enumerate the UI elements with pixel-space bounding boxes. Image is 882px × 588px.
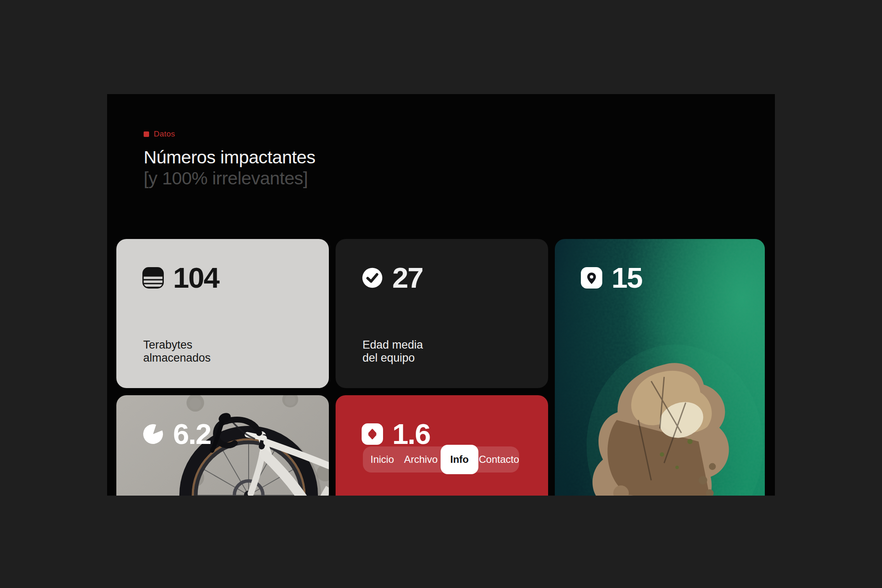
stat-value: 104 <box>173 263 219 292</box>
slide-canvas: Datos Números impactantes [y 100% irrele… <box>107 94 775 496</box>
stat-row: 1.6 <box>362 420 430 449</box>
card-nav: Inicio Archivo Info Contacto <box>363 446 519 472</box>
stat-card-terabytes: 104 Terabytes almacenados <box>116 239 329 388</box>
stat-value: 27 <box>392 263 423 292</box>
nav-item-info[interactable]: Info <box>440 446 479 472</box>
nav-item-label: Inicio <box>370 454 394 465</box>
nav-item-active-pill: Info <box>441 445 478 474</box>
stat-card-promedio: 6.2 <box>116 395 329 496</box>
eyebrow-label: Datos <box>154 129 175 139</box>
stat-row: 15 <box>581 263 642 292</box>
location-pin-icon <box>581 267 602 289</box>
stat-label-line: almacenados <box>143 352 211 364</box>
stat-label-line: Terabytes <box>143 339 192 351</box>
sort-arrows-icon <box>362 423 383 445</box>
stat-card-ratio: 1.6 Inicio Archivo Info Contacto <box>336 395 548 496</box>
pie-chart-icon <box>142 423 164 445</box>
stat-value: 1.6 <box>392 420 430 449</box>
stat-row: 27 <box>362 263 423 292</box>
stat-label-line: del equipo <box>362 352 415 364</box>
stat-label: Terabytes almacenados <box>143 339 211 365</box>
nav-item-contacto[interactable]: Contacto <box>479 446 519 472</box>
eyebrow: Datos <box>144 129 315 139</box>
stat-card-edad-media: 27 Edad media del equipo <box>336 239 548 388</box>
page-subtitle: [y 100% irrelevantes] <box>144 168 315 189</box>
nav-item-inicio[interactable]: Inicio <box>363 446 402 472</box>
check-circle-icon <box>362 267 383 289</box>
nav-item-archivo[interactable]: Archivo <box>402 446 440 472</box>
stat-card-locations: 15 <box>555 239 765 496</box>
database-icon <box>142 267 164 289</box>
nav-item-label: Archivo <box>404 454 438 465</box>
stat-value: 6.2 <box>173 420 211 449</box>
eyebrow-square-icon <box>144 131 149 137</box>
stat-row: 104 <box>142 263 219 292</box>
stat-value: 15 <box>612 263 642 292</box>
page-title: Números impactantes <box>144 147 315 168</box>
stat-label-line: Edad media <box>362 339 423 351</box>
nav-item-label: Contacto <box>479 454 519 465</box>
stat-label: Edad media del equipo <box>362 339 423 365</box>
stats-grid: 104 Terabytes almacenados 27 Edad media … <box>116 239 765 496</box>
stat-row: 6.2 <box>142 420 211 449</box>
slide-header: Datos Números impactantes [y 100% irrele… <box>144 129 315 189</box>
